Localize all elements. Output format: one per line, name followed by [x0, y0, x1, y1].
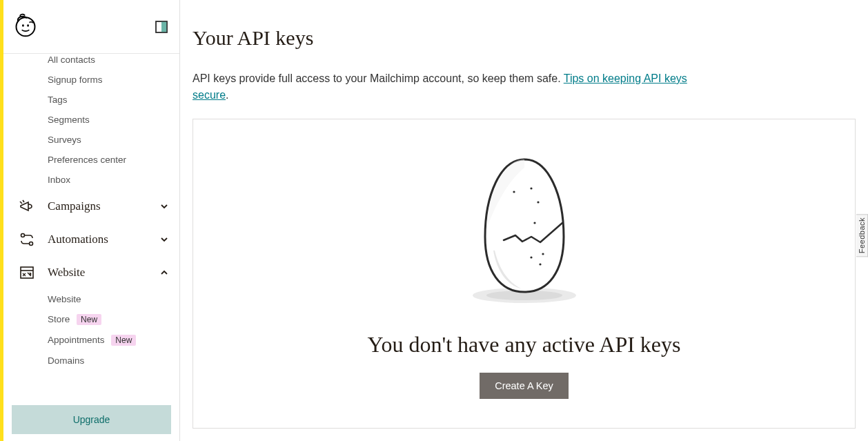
sidebar-header — [3, 0, 179, 54]
upgrade-button[interactable]: Upgrade — [12, 405, 171, 434]
svg-point-2 — [27, 24, 29, 27]
sidebar-item-website[interactable]: Website — [3, 256, 179, 289]
sidebar-item-inbox[interactable]: Inbox — [3, 170, 179, 190]
desc-text: API keys provide full access to your Mai… — [193, 72, 564, 84]
sidebar-item-automations[interactable]: Automations — [3, 223, 179, 256]
svg-line-7 — [23, 200, 24, 202]
new-badge: New — [111, 335, 136, 346]
sidebar-item-campaigns[interactable]: Campaigns — [3, 190, 179, 223]
sidebar-item-label: Website — [48, 266, 159, 280]
chevron-down-icon — [159, 201, 170, 212]
sidebar-item-label: Campaigns — [48, 199, 159, 213]
chevron-up-icon — [159, 267, 170, 278]
sidebar-item-label: Appointments — [48, 335, 105, 345]
svg-point-16 — [537, 201, 539, 203]
svg-line-6 — [20, 202, 22, 204]
sidebar-item-label: Automations — [48, 233, 159, 246]
svg-point-14 — [513, 190, 515, 193]
website-icon — [19, 264, 35, 281]
megaphone-icon — [19, 198, 35, 215]
svg-point-19 — [539, 263, 541, 265]
sidebar-item-preferences-center[interactable]: Preferences center — [3, 150, 179, 170]
page-description: API keys provide full access to your Mai… — [193, 70, 717, 104]
sidebar-item-website-sub[interactable]: Website — [3, 289, 179, 309]
egg-illustration — [462, 154, 586, 306]
chevron-down-icon — [159, 234, 170, 245]
sidebar-nav[interactable]: All contacts Signup forms Tags Segments … — [3, 54, 179, 395]
svg-point-8 — [21, 234, 25, 237]
svg-rect-4 — [161, 21, 167, 32]
automations-icon — [19, 231, 35, 248]
sidebar-item-surveys[interactable]: Surveys — [3, 130, 179, 150]
sidebar-item-label: Website — [48, 294, 81, 304]
svg-point-17 — [533, 222, 535, 224]
sidebar: All contacts Signup forms Tags Segments … — [3, 0, 180, 441]
empty-state-title: You don't have any active API keys — [207, 332, 841, 357]
sidebar-item-segments[interactable]: Segments — [3, 110, 179, 130]
svg-point-18 — [542, 253, 544, 255]
desc-suffix: . — [226, 89, 228, 101]
sidebar-item-label: Store — [48, 314, 70, 324]
svg-point-15 — [530, 187, 532, 189]
sidebar-item-all-contacts[interactable]: All contacts — [3, 54, 179, 70]
sidebar-item-appointments[interactable]: Appointments New — [3, 330, 179, 351]
main-content: Your API keys API keys provide full acce… — [180, 0, 868, 441]
svg-point-0 — [17, 17, 35, 36]
feedback-tab[interactable]: Feedback — [856, 214, 868, 257]
page-title: Your API keys — [193, 26, 856, 50]
svg-point-1 — [22, 24, 24, 27]
new-badge: New — [77, 314, 101, 325]
sidebar-item-signup-forms[interactable]: Signup forms — [3, 70, 179, 90]
sidebar-footer: Upgrade — [3, 395, 179, 441]
mailchimp-logo-icon[interactable] — [13, 12, 38, 41]
create-key-button[interactable]: Create A Key — [480, 373, 569, 399]
sidebar-item-label: Domains — [48, 355, 84, 366]
sidebar-item-tags[interactable]: Tags — [3, 90, 179, 110]
svg-rect-10 — [21, 267, 33, 278]
sidebar-toggle-icon[interactable] — [155, 20, 168, 34]
empty-state-card: You don't have any active API keys Creat… — [193, 119, 856, 429]
svg-point-20 — [530, 256, 532, 258]
sidebar-item-store[interactable]: Store New — [3, 309, 179, 330]
sidebar-item-domains[interactable]: Domains — [3, 351, 179, 371]
svg-point-9 — [30, 242, 33, 246]
